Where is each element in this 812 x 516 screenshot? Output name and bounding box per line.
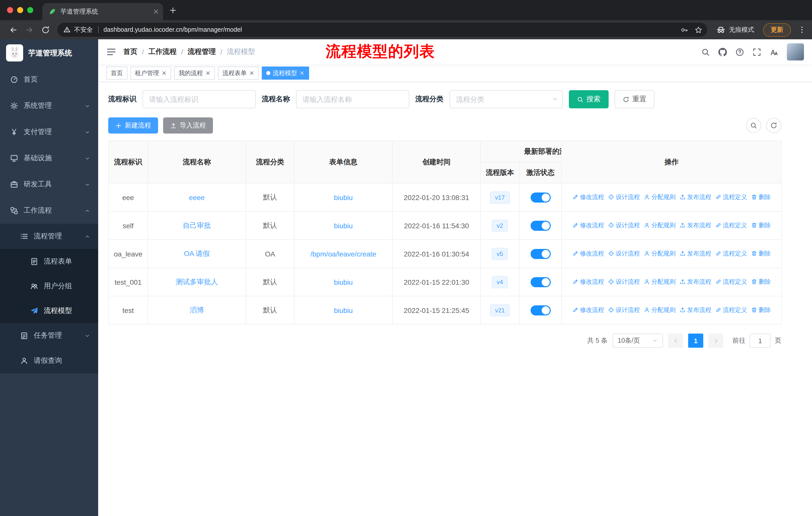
action-publish[interactable]: 发布流程 (679, 306, 711, 315)
tab-tag-home[interactable]: 首页 (106, 66, 127, 80)
action-assign[interactable]: 分配规则 (644, 278, 675, 286)
action-design[interactable]: 设计流程 (608, 221, 640, 230)
browser-back-icon[interactable] (6, 23, 20, 37)
next-page-button[interactable] (708, 333, 723, 348)
help-icon[interactable] (735, 48, 744, 56)
page-size-select[interactable]: 10条/页 (613, 333, 663, 348)
action-definition[interactable]: 流程定义 (715, 249, 747, 258)
page-number-button[interactable]: 1 (688, 333, 703, 348)
sidebar-item-user-group[interactable]: 用户分组 (0, 274, 98, 298)
active-toggle[interactable] (530, 249, 550, 259)
action-assign[interactable]: 分配规则 (644, 193, 675, 201)
breadcrumb-home[interactable]: 首页 (123, 47, 138, 56)
refresh-table-button[interactable] (766, 118, 781, 133)
process-name-link[interactable]: 滔博 (190, 306, 204, 314)
category-select[interactable] (450, 90, 563, 108)
action-design[interactable]: 设计流程 (608, 306, 640, 315)
action-delete[interactable]: 删除 (751, 221, 771, 230)
sidebar-item-system[interactable]: 系统管理 (0, 93, 98, 119)
sidebar-item-flow-form[interactable]: 流程表单 (0, 249, 98, 274)
action-publish[interactable]: 发布流程 (679, 193, 711, 201)
user-avatar[interactable] (787, 43, 804, 60)
action-assign[interactable]: 分配规则 (644, 221, 675, 230)
close-icon[interactable] (249, 71, 254, 76)
action-publish[interactable]: 发布流程 (679, 278, 711, 286)
tab-close-icon[interactable] (153, 8, 159, 15)
action-delete[interactable]: 删除 (751, 249, 771, 258)
search-button[interactable]: 搜索 (569, 90, 609, 108)
action-assign[interactable]: 分配规则 (644, 306, 675, 315)
action-modify[interactable]: 修改流程 (572, 306, 604, 315)
category-select-input[interactable] (450, 90, 563, 108)
browser-reload-icon[interactable] (38, 23, 52, 37)
browser-forward-icon[interactable] (22, 23, 36, 37)
tab-tag-flow-model[interactable]: 流程模型 (262, 66, 309, 80)
sidebar-item-devtools[interactable]: 研发工具 (0, 171, 98, 197)
github-icon[interactable] (718, 48, 727, 56)
tab-tag-my-process[interactable]: 我的流程 (174, 66, 215, 80)
reset-button[interactable]: 重置 (615, 90, 655, 108)
browser-menu-icon[interactable] (798, 26, 806, 34)
close-icon[interactable] (205, 71, 210, 76)
action-definition[interactable]: 流程定义 (715, 306, 747, 315)
action-modify[interactable]: 修改流程 (572, 221, 604, 230)
zoom-window-button[interactable] (27, 7, 33, 13)
fullscreen-icon[interactable] (753, 48, 761, 56)
toggle-search-button[interactable] (746, 118, 761, 133)
form-info-link[interactable]: biubiu (334, 221, 353, 229)
form-info-link[interactable]: biubiu (334, 278, 353, 286)
action-publish[interactable]: 发布流程 (679, 249, 711, 258)
process-name-link[interactable]: 自己审批 (183, 221, 211, 229)
sidebar-item-flow-model[interactable]: 流程模型 (0, 298, 98, 323)
action-modify[interactable]: 修改流程 (572, 278, 604, 286)
process-name-link[interactable]: OA 请假 (184, 249, 210, 257)
sidebar-item-infrastructure[interactable]: 基础设施 (0, 145, 98, 171)
close-window-button[interactable] (7, 7, 13, 13)
action-publish[interactable]: 发布流程 (679, 221, 711, 230)
action-design[interactable]: 设计流程 (608, 249, 640, 258)
password-key-icon[interactable] (680, 26, 688, 33)
bookmark-star-icon[interactable] (695, 26, 702, 33)
form-info-link[interactable]: biubiu (334, 193, 353, 201)
breadcrumb-workflow[interactable]: 工作流程 (148, 47, 177, 56)
sidebar-item-home[interactable]: 首页 (0, 66, 98, 93)
active-toggle[interactable] (530, 192, 550, 202)
close-icon[interactable] (162, 71, 167, 76)
sidebar-item-flow-manage[interactable]: 流程管理 (0, 224, 98, 249)
action-assign[interactable]: 分配规则 (644, 249, 675, 258)
action-definition[interactable]: 流程定义 (715, 193, 747, 201)
process-name-input[interactable] (296, 90, 409, 108)
font-size-icon[interactable] (770, 48, 778, 56)
new-tab-button[interactable] (169, 6, 177, 14)
tab-tag-flow-form[interactable]: 流程表单 (218, 66, 259, 80)
close-icon[interactable] (299, 71, 304, 76)
import-process-button[interactable]: 导入流程 (163, 117, 213, 134)
sidebar-item-leave-query[interactable]: 请假查询 (0, 348, 98, 373)
action-definition[interactable]: 流程定义 (715, 221, 747, 230)
sidebar-item-workflow[interactable]: 工作流程 (0, 197, 98, 224)
sidebar-collapse-icon[interactable] (106, 47, 116, 57)
sidebar-item-task-manage[interactable]: 任务管理 (0, 323, 98, 348)
action-design[interactable]: 设计流程 (608, 193, 640, 201)
tab-tag-tenant[interactable]: 租户管理 (130, 66, 171, 80)
prev-page-button[interactable] (668, 333, 683, 348)
action-modify[interactable]: 修改流程 (572, 249, 604, 258)
form-info-link[interactable]: biubiu (334, 306, 353, 314)
address-bar[interactable]: 不安全 dashboard.yudao.iocoder.cn/bpm/manag… (57, 23, 707, 37)
search-icon[interactable] (701, 48, 710, 56)
breadcrumb-flow-manage[interactable]: 流程管理 (188, 47, 216, 56)
active-toggle[interactable] (530, 220, 550, 230)
browser-tab[interactable]: 芋道管理系统 (42, 3, 163, 20)
process-name-link[interactable]: eeee (189, 193, 205, 201)
active-toggle[interactable] (530, 305, 550, 315)
action-modify[interactable]: 修改流程 (572, 193, 604, 201)
process-key-input[interactable] (142, 90, 256, 108)
browser-update-button[interactable]: 更新 (763, 23, 791, 36)
action-delete[interactable]: 删除 (751, 306, 771, 315)
active-toggle[interactable] (530, 277, 550, 287)
action-delete[interactable]: 删除 (751, 193, 771, 201)
goto-page-input[interactable] (750, 333, 771, 348)
new-process-button[interactable]: 新建流程 (108, 117, 158, 134)
process-name-link[interactable]: 测试多审批人 (176, 277, 218, 286)
action-design[interactable]: 设计流程 (608, 278, 640, 286)
